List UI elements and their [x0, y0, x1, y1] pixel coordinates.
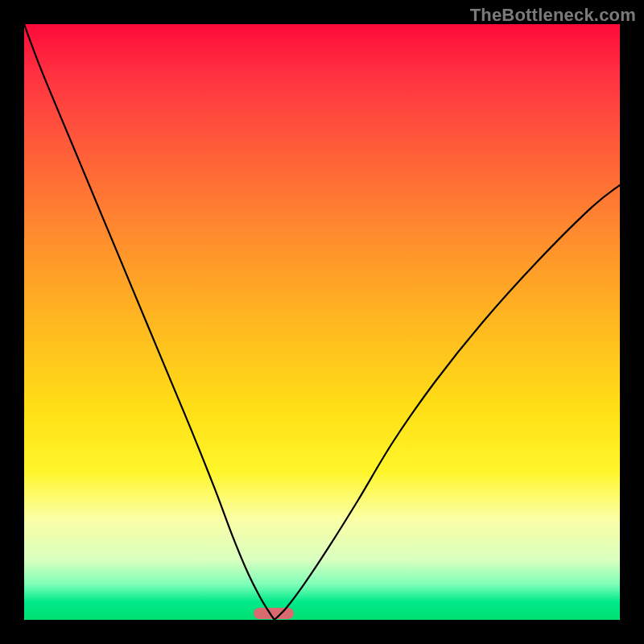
minimum-marker	[254, 608, 294, 619]
chart-frame	[24, 24, 620, 620]
watermark-label: TheBottleneck.com	[470, 5, 636, 26]
